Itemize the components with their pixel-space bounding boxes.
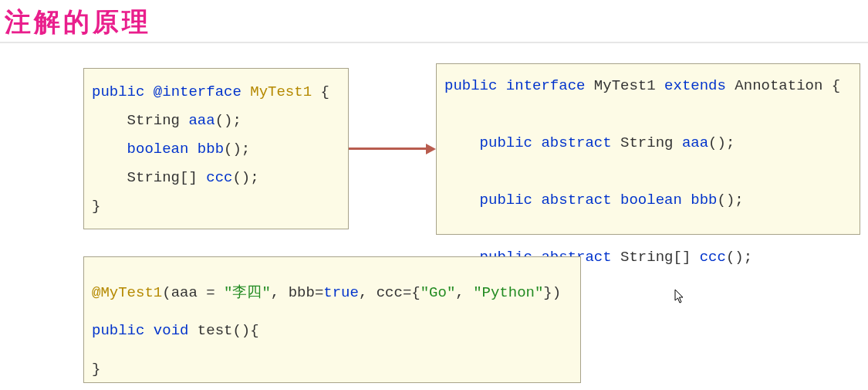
type: String[] — [620, 249, 700, 266]
arg-key: aaa = — [171, 284, 224, 301]
keyword: public — [444, 77, 497, 94]
method: aaa — [682, 134, 708, 151]
code-block-annotation-def: public @interface MyTest1 { String aaa()… — [83, 68, 349, 229]
paren: }) — [543, 284, 561, 301]
type: boolean — [620, 192, 691, 209]
type: String[] — [127, 169, 207, 186]
keyword: public — [480, 192, 532, 209]
keyword: public — [92, 83, 144, 100]
arg-key: bbb= — [289, 284, 324, 301]
arrow-right-icon — [349, 144, 436, 154]
method: ccc — [700, 249, 726, 266]
type-name: MyTest1 — [594, 77, 656, 94]
keyword: void — [154, 322, 189, 339]
keyword: abstract — [541, 134, 611, 151]
comma: , — [271, 284, 289, 301]
method: aaa — [188, 112, 214, 129]
annotation: @MyTest1 — [92, 284, 162, 301]
brace: } — [92, 198, 100, 215]
punct: (); — [718, 192, 744, 209]
keyword: abstract — [541, 192, 611, 209]
keyword: public — [92, 322, 144, 339]
punct: (); — [215, 112, 241, 129]
page-title: 注解的原理 — [5, 5, 151, 40]
keyword: interface — [506, 77, 586, 94]
punct: (); — [726, 249, 752, 266]
brace: { — [312, 83, 329, 100]
string-literal: "Go" — [420, 284, 456, 301]
type: String — [127, 112, 189, 129]
method: ccc — [206, 169, 232, 186]
type: String — [620, 134, 682, 151]
code-block-usage: @MyTest1(aaa = "李四", bbb=true, ccc={"Go"… — [83, 256, 581, 383]
type: boolean — [127, 141, 198, 158]
title-divider — [0, 42, 868, 43]
punct: (){ — [232, 322, 258, 339]
string-literal: "李四" — [224, 284, 271, 301]
type-name: MyTest1 — [250, 83, 312, 100]
keyword: extends — [664, 77, 726, 94]
punct: (); — [708, 134, 735, 151]
paren: ( — [162, 284, 171, 301]
keyword: true — [323, 284, 359, 301]
comma: , — [455, 284, 473, 301]
brace: } — [92, 361, 100, 378]
cursor-icon — [674, 289, 685, 304]
comma: , — [359, 284, 377, 301]
code-block-interface-def: public interface MyTest1 extends Annotat… — [436, 63, 860, 235]
punct: (); — [224, 141, 250, 158]
method: bbb — [691, 192, 717, 209]
keyword: public — [480, 134, 532, 151]
brace: { — [822, 77, 840, 94]
type-name: Annotation — [735, 77, 822, 94]
method: bbb — [198, 141, 224, 158]
arg-key: ccc={ — [377, 284, 420, 301]
method: test — [198, 322, 233, 339]
string-literal: "Python" — [473, 284, 543, 301]
punct: (); — [232, 169, 258, 186]
keyword: @interface — [154, 83, 241, 100]
